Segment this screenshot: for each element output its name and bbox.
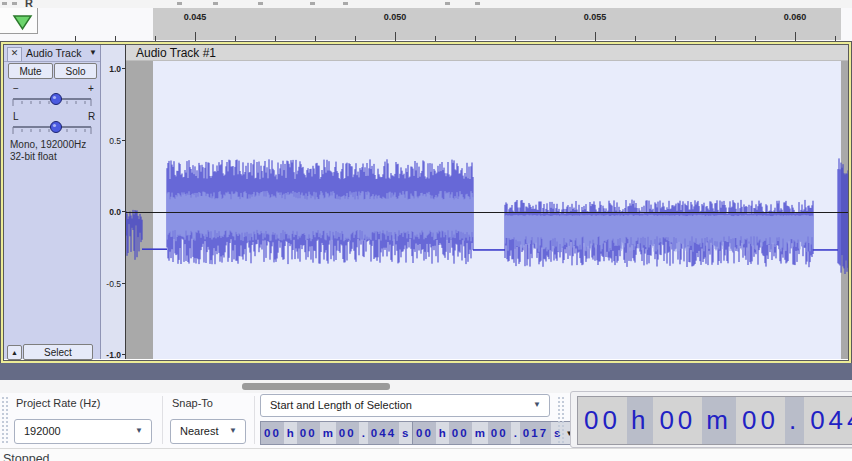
time-digit-group[interactable]: 044 bbox=[368, 422, 399, 444]
amplitude-tick bbox=[122, 354, 125, 355]
timeline-tick bbox=[315, 36, 316, 41]
time-unit[interactable]: h bbox=[627, 397, 653, 444]
pinned-playhead-button[interactable] bbox=[0, 8, 38, 34]
playhead-triangle-icon bbox=[12, 15, 34, 32]
selection-length-field[interactable]: 00h00m00.017s▼ bbox=[412, 421, 576, 445]
toolbar-fragment bbox=[177, 2, 182, 5]
timeline-tick bbox=[435, 36, 436, 41]
status-bar: Stopped bbox=[0, 448, 852, 461]
waveform-display[interactable] bbox=[126, 61, 848, 359]
timeline-tick bbox=[835, 36, 836, 41]
audio-position-box: 00h00m00.044s bbox=[570, 391, 852, 448]
amplitude-label: -0.5 bbox=[106, 279, 121, 289]
amplitude-label: -1.0 bbox=[106, 350, 121, 360]
timeline-tick bbox=[195, 32, 196, 41]
project-rate-combobox[interactable]: 192000 ▼ bbox=[14, 419, 152, 444]
select-track-button[interactable]: Select bbox=[23, 344, 93, 360]
track-area-background bbox=[0, 363, 852, 380]
solo-button[interactable]: Solo bbox=[54, 63, 97, 79]
timeline-tick bbox=[635, 36, 636, 41]
time-unit[interactable]: m bbox=[702, 397, 736, 444]
toolbar-fragment bbox=[445, 2, 450, 5]
timeline-label: 0.045 bbox=[165, 12, 225, 22]
snap-to-label: Snap-To bbox=[172, 397, 213, 409]
toolbar-grip[interactable] bbox=[558, 397, 564, 443]
collapse-track-button[interactable]: ▲ bbox=[7, 345, 22, 360]
amplitude-ruler[interactable]: 1.00.50.0-0.5-1.0 bbox=[101, 45, 126, 359]
timeline-tick bbox=[595, 32, 596, 41]
timeline-label: 0.060 bbox=[765, 12, 825, 22]
time-unit[interactable]: m bbox=[472, 422, 488, 444]
toolbar-grip[interactable] bbox=[2, 397, 8, 443]
chevron-down-icon: ▼ bbox=[135, 426, 143, 435]
timeline-tick bbox=[115, 36, 116, 41]
toolbar-fragment bbox=[2, 2, 7, 5]
timeline-tick bbox=[155, 36, 156, 41]
scrollbar-thumb[interactable] bbox=[242, 383, 390, 390]
timeline-tick bbox=[675, 36, 676, 41]
amplitude-label: 1.0 bbox=[109, 64, 121, 74]
time-digit-group[interactable]: 00 bbox=[449, 422, 472, 444]
pan-slider-thumb[interactable] bbox=[51, 122, 62, 133]
track-control-panel: ✕ Audio Track ▼ Mute Solo − + L R bbox=[4, 45, 101, 359]
chevron-down-icon: ▼ bbox=[229, 426, 237, 435]
gain-slider-thumb[interactable] bbox=[51, 94, 62, 105]
toolbar-fragment bbox=[475, 2, 480, 5]
toolbar-fragment bbox=[310, 2, 315, 5]
time-unit[interactable]: . bbox=[359, 422, 368, 444]
selection-mode-dropdown[interactable]: Start and Length of Selection ▼ bbox=[260, 394, 550, 417]
time-unit[interactable]: h bbox=[284, 422, 297, 444]
amplitude-label: 0.5 bbox=[109, 136, 121, 146]
timeline-tick bbox=[795, 32, 796, 41]
amplitude-tick bbox=[122, 283, 125, 284]
toolbar-fragment bbox=[343, 2, 348, 5]
snap-to-combobox[interactable]: Nearest ▼ bbox=[170, 419, 246, 444]
gain-slider[interactable] bbox=[9, 91, 95, 109]
timeline-label: 0.050 bbox=[365, 12, 425, 22]
time-digit-group[interactable]: 00 bbox=[336, 422, 359, 444]
amplitude-label: 0.0 bbox=[109, 207, 121, 217]
timeline-tick bbox=[395, 32, 396, 41]
timeline-tick bbox=[715, 36, 716, 41]
timeline-tick bbox=[235, 36, 236, 41]
mute-button[interactable]: Mute bbox=[8, 63, 53, 79]
time-digit-group[interactable]: 044 bbox=[804, 397, 852, 444]
track-name-label: Audio Track #1 bbox=[136, 46, 216, 60]
chevron-down-icon: ▼ bbox=[533, 400, 541, 409]
chevron-down-icon[interactable]: ▼ bbox=[89, 48, 97, 57]
time-unit[interactable]: h bbox=[436, 422, 449, 444]
time-unit[interactable]: . bbox=[511, 422, 520, 444]
amplitude-tick bbox=[122, 140, 125, 141]
time-digit-group[interactable]: 00 bbox=[578, 397, 627, 444]
time-unit[interactable]: m bbox=[320, 422, 336, 444]
audio-position-field[interactable]: 00h00m00.044s bbox=[577, 396, 852, 445]
time-digit-group[interactable]: 00 bbox=[261, 422, 284, 444]
toolbar-separator bbox=[162, 396, 163, 444]
timeline-label: 0.055 bbox=[565, 12, 625, 22]
amplitude-tick bbox=[122, 68, 125, 69]
time-digit-group[interactable]: 017 bbox=[520, 422, 551, 444]
time-digit-group[interactable]: 00 bbox=[488, 422, 511, 444]
timeline-tick bbox=[275, 36, 276, 41]
time-digit-group[interactable]: 00 bbox=[653, 397, 702, 444]
time-digit-group[interactable]: 00 bbox=[297, 422, 320, 444]
time-digit-group[interactable]: 00 bbox=[736, 397, 785, 444]
timeline-ruler[interactable]: 0.0450.0500.0550.060 bbox=[0, 8, 852, 42]
timeline-selection-region[interactable] bbox=[153, 8, 841, 40]
timeline-tick bbox=[355, 36, 356, 41]
track-title-menu[interactable]: Audio Track bbox=[26, 47, 81, 59]
timeline-tick bbox=[555, 36, 556, 41]
time-unit[interactable]: . bbox=[785, 397, 804, 444]
track-name-strip: Audio Track #1 bbox=[126, 45, 848, 61]
status-text: Stopped bbox=[3, 452, 50, 461]
pan-slider[interactable] bbox=[9, 119, 95, 137]
track-panel-header: ✕ Audio Track ▼ bbox=[4, 45, 100, 62]
toolbar-fragment bbox=[213, 2, 218, 5]
time-unit[interactable]: s bbox=[399, 422, 411, 444]
track-format-info: Mono, 192000Hz 32-bit float bbox=[10, 139, 86, 163]
time-digit-group[interactable]: 00 bbox=[413, 422, 436, 444]
waveform-graph bbox=[126, 61, 848, 359]
audacity-window: R 0.0450.0500.0550.060 ✕ Audio Track ▼ M… bbox=[0, 0, 852, 461]
selection-start-field[interactable]: 00h00m00.044s▼ bbox=[260, 421, 424, 445]
close-track-button[interactable]: ✕ bbox=[7, 47, 22, 62]
